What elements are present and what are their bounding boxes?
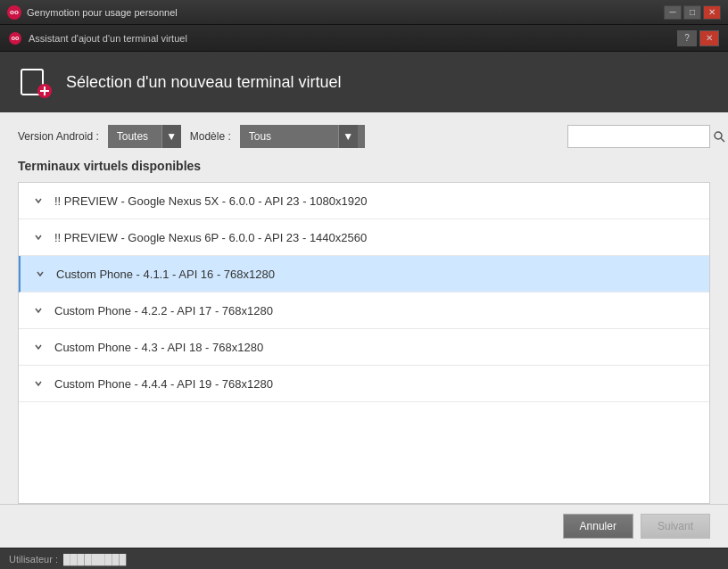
search-icon xyxy=(713,130,725,143)
chevron-down-icon xyxy=(31,194,46,208)
device-name: Custom Phone - 4.1.1 - API 16 - 768x1280 xyxy=(56,268,275,281)
model-value: Tous xyxy=(240,125,338,148)
filter-row: Version Android : Toutes ▼ Modèle : Tous… xyxy=(18,125,710,148)
model-label: Modèle : xyxy=(190,130,231,143)
header-area: Sélection d'un nouveau terminal virtuel xyxy=(0,52,728,112)
android-version-label: Version Android : xyxy=(18,130,99,143)
app-icon: oo xyxy=(7,5,21,20)
maximize-button[interactable]: □ xyxy=(683,5,701,20)
next-button: Suivant xyxy=(641,514,710,539)
device-list[interactable]: !! PREVIEW - Google Nexus 5X - 6.0.0 - A… xyxy=(18,182,710,504)
device-name: !! PREVIEW - Google Nexus 6P - 6.0.0 - A… xyxy=(54,231,367,244)
list-item[interactable]: Custom Phone - 4.2.2 - API 17 - 768x1280 xyxy=(19,293,709,329)
dialog-close-button[interactable]: ✕ xyxy=(699,30,719,46)
status-bar: Utilisateur : █████████ xyxy=(0,548,728,569)
main-content: Version Android : Toutes ▼ Modèle : Tous… xyxy=(0,112,728,504)
dialog-title-left: oo Assistant d'ajout d'un terminal virtu… xyxy=(9,32,187,45)
device-name: Custom Phone - 4.2.2 - API 17 - 768x1280 xyxy=(54,304,273,317)
list-item[interactable]: Custom Phone - 4.1.1 - API 16 - 768x1280 xyxy=(19,256,709,293)
svg-line-5 xyxy=(721,138,724,142)
list-item[interactable]: !! PREVIEW - Google Nexus 6P - 6.0.0 - A… xyxy=(19,219,709,256)
cancel-button[interactable]: Annuler xyxy=(563,514,633,539)
android-version-arrow[interactable]: ▼ xyxy=(161,125,181,148)
title-bar: oo Genymotion pour usage personnel ─ □ ✕ xyxy=(0,0,728,25)
dialog-icon: oo xyxy=(9,32,21,45)
section-title: Terminaux virtuels disponibles xyxy=(18,159,710,173)
device-name: Custom Phone - 4.4.4 - API 19 - 768x1280 xyxy=(54,377,273,391)
svg-point-4 xyxy=(715,132,722,139)
header-title: Sélection d'un nouveau terminal virtuel xyxy=(66,73,342,92)
status-value: █████████ xyxy=(63,554,126,565)
dialog-title-text: Assistant d'ajout d'un terminal virtuel xyxy=(29,33,187,44)
footer: Annuler Suivant xyxy=(0,504,728,548)
model-arrow[interactable]: ▼ xyxy=(338,125,358,148)
list-item[interactable]: Custom Phone - 4.3 - API 18 - 768x1280 xyxy=(19,329,709,366)
chevron-down-icon xyxy=(31,376,46,391)
chevron-down-icon xyxy=(33,267,47,281)
device-add-icon xyxy=(20,66,52,98)
header-icon xyxy=(18,64,54,100)
close-button[interactable]: ✕ xyxy=(703,5,721,20)
dialog-title-controls: ? ✕ xyxy=(677,30,719,46)
device-name: !! PREVIEW - Google Nexus 5X - 6.0.0 - A… xyxy=(54,194,367,208)
model-dropdown[interactable]: Tous ▼ xyxy=(240,125,365,148)
dialog-title-bar: oo Assistant d'ajout d'un terminal virtu… xyxy=(0,25,728,52)
help-button[interactable]: ? xyxy=(677,30,697,46)
title-bar-left: oo Genymotion pour usage personnel xyxy=(7,5,178,20)
status-label: Utilisateur : xyxy=(9,554,58,565)
chevron-down-icon xyxy=(31,230,46,244)
minimize-button[interactable]: ─ xyxy=(664,5,682,20)
android-version-value: Toutes xyxy=(108,125,161,148)
chevron-down-icon xyxy=(31,303,46,317)
search-input[interactable] xyxy=(568,130,713,143)
device-name: Custom Phone - 4.3 - API 18 - 768x1280 xyxy=(54,341,263,354)
title-bar-text: Genymotion pour usage personnel xyxy=(27,7,178,18)
search-button[interactable] xyxy=(713,126,725,147)
search-container xyxy=(567,125,710,148)
title-bar-controls: ─ □ ✕ xyxy=(664,5,721,20)
list-item[interactable]: !! PREVIEW - Google Nexus 5X - 6.0.0 - A… xyxy=(19,183,709,219)
android-version-dropdown[interactable]: Toutes ▼ xyxy=(108,125,181,148)
list-item[interactable]: Custom Phone - 4.4.4 - API 19 - 768x1280 xyxy=(19,366,709,402)
chevron-down-icon xyxy=(31,340,46,354)
